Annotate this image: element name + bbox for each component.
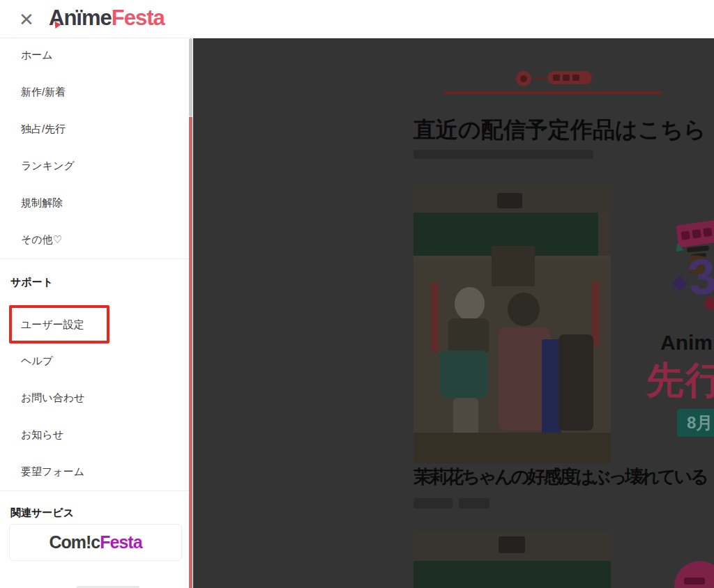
teacher-podium [492,246,535,286]
promo-brand-text: Anim [660,331,713,355]
rating-chip [499,536,525,553]
sidebar-item-help[interactable]: ヘルプ [21,353,53,369]
sidebar-item-request-form[interactable]: 要望フォーム [21,464,84,479]
comicfesta-logo-left: Com!c [49,532,100,552]
promo-ribbon [676,219,714,248]
sidebar-item-news[interactable]: お知らせ [21,427,63,442]
section-badge-pill [547,71,592,84]
pill-glyph [553,75,560,81]
work-thumbnail-2 [413,531,611,588]
related-section-header: 関連サービス [10,505,74,520]
promo-number-badge: 3 [685,250,714,303]
ribbon-glyph [692,229,701,239]
wall-right [598,212,611,256]
sidebar-item-contact[interactable]: お問い合わせ [21,390,84,405]
ribbon-glyph [681,231,690,240]
promo-senkou-text: 先行 [646,355,714,406]
sidebar-item-exclusive[interactable]: 独占/先行 [21,121,66,137]
section-title: 直近の配信予定作品はこちら [413,115,706,146]
work-meta-date [413,498,453,509]
pill-glyph [563,75,570,81]
work-title: 茉莉花ちゃんの好感度はぶっ壊れている [413,465,707,489]
section-badge-icon-center [520,75,527,82]
app-header: ✕ AnïmeFesta [0,0,714,38]
app-root: ✕ AnïmeFesta ホーム 新作/新着 独占/先行 ランキング 規制解除 … [0,0,714,588]
ribbon-glyph [684,578,705,585]
promo-date-badge: 8月 [677,409,714,437]
sidebar-scrollbar-thumb[interactable] [189,38,192,117]
character-right [559,334,593,431]
floor-shadow [413,433,611,463]
section-underline [444,91,662,94]
rating-chip [497,193,522,208]
character-body-dark [448,318,489,355]
character-center-head [508,293,540,326]
animefesta-logo[interactable]: AnïmeFesta [49,6,165,31]
pill-glyph [572,75,579,81]
sidebar-divider [0,258,189,259]
sidebar-item-new[interactable]: 新作/新着 [21,84,66,100]
comicfesta-link-card[interactable]: Com!cFesta [9,524,182,561]
promo-red-dot [704,297,714,310]
chalkboard [413,561,611,588]
sidebar-item-ranking[interactable]: ランキング [21,158,75,173]
work-thumbnail [413,185,611,463]
work-meta-tag [459,498,489,509]
support-section-header: サポート [10,274,53,290]
comicfesta-logo-right: Festa [100,532,142,552]
sidebar-divider [0,490,189,491]
red-pole-left [431,282,439,352]
character-white-hair [455,287,485,320]
ribbon-glyph [703,228,713,238]
sidebar-item-user-settings[interactable]: ユーザー設定 [21,317,84,332]
logo-text-festa: Festa [112,6,165,30]
promo-purple-diamond [672,276,688,292]
drawer-menu: ホーム 新作/新着 独占/先行 ランキング 規制解除 その他♡ サポート ユーザ… [0,38,193,588]
sidebar-scrollbar-track [189,117,192,588]
close-icon[interactable]: ✕ [14,7,39,32]
teal-skirt [439,350,488,398]
section-badge-icon [516,71,531,86]
sidebar-item-unrestrict[interactable]: 規制解除 [21,195,63,210]
sidebar-item-home[interactable]: ホーム [21,47,53,63]
sidebar-item-other[interactable]: その他♡ [21,232,62,247]
promo-pink-circle [674,561,714,588]
badge-connector-line [534,77,545,79]
dimmed-page-overlay[interactable]: 直近の配信予定作品はこちら 茉莉花ちゃんの好感度はぶっ壊れている [193,38,714,588]
section-subtitle-text [413,150,593,159]
